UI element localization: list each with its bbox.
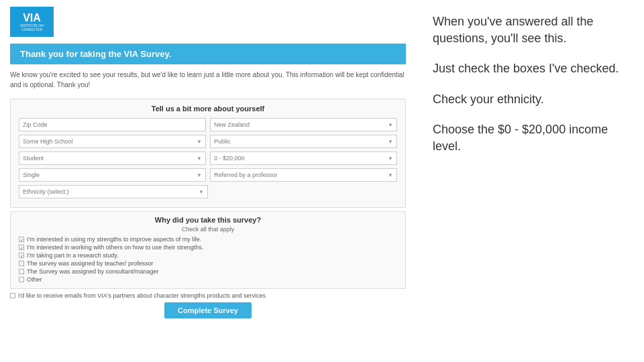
instruction-1: When you've answered all the questions, … [433, 13, 627, 47]
checkbox-1[interactable] [19, 237, 24, 242]
why-title: Why did you take this survey? [19, 216, 397, 224]
form-row-2: Some High School ▼ Public ▼ [19, 135, 397, 148]
instruction-3: Check your ethnicity. [433, 91, 627, 108]
school-type-select[interactable]: Public ▼ [210, 135, 397, 148]
dropdown-arrow-school: ▼ [388, 139, 393, 145]
checkbox-5[interactable] [19, 269, 24, 274]
form-row-4: Single ▼ Referred by a professor ▼ [19, 168, 397, 182]
checkbox-item-4[interactable]: The survey was assigned by teacher/ prof… [19, 260, 397, 267]
form-title: Tell us a bit more about yourself [19, 105, 397, 113]
why-subtitle: Check all that apply [19, 226, 397, 233]
ethnicity-select[interactable]: Ethnicity (select:) ▼ [19, 185, 208, 198]
checkbox-item-5[interactable]: The Survey was assigned by consultant/ma… [19, 268, 397, 275]
checkbox-3[interactable] [19, 253, 24, 258]
checkbox-label-6: Other [27, 276, 42, 283]
why-section: Why did you take this survey? Check all … [10, 211, 406, 289]
checkbox-item-2[interactable]: I'm interested in working with others on… [19, 244, 397, 251]
left-panel: VIA INSTITUTE ONCHARACTER Thank you for … [0, 0, 416, 362]
form-row-5: Ethnicity (select:) ▼ [19, 185, 397, 198]
relationship-select[interactable]: Single ▼ [19, 168, 206, 182]
dropdown-arrow-country: ▼ [388, 122, 393, 128]
dropdown-arrow-income: ▼ [388, 156, 393, 162]
intro-text: We know you're excited to see your resul… [0, 64, 416, 95]
logo-via: VIA [23, 13, 41, 23]
referral-select[interactable]: Referred by a professor ▼ [210, 168, 397, 182]
email-consent-label: I'd like to receive emails from VIA's pa… [18, 292, 266, 299]
instruction-2: Just check the boxes I've checked. [433, 60, 627, 77]
checkbox-item-1[interactable]: I'm interested in using my strengths to … [19, 236, 397, 243]
income-select[interactable]: 0 - $20,000 ▼ [210, 152, 397, 165]
instruction-4: Choose the $0 - $20,000 income level. [433, 121, 627, 155]
checkbox-4[interactable] [19, 261, 24, 266]
complete-survey-button[interactable]: Complete Survey [164, 302, 252, 318]
logo-area: VIA INSTITUTE ONCHARACTER [0, 0, 416, 44]
dropdown-arrow-ref: ▼ [388, 172, 393, 178]
form-row-3: Student ▼ 0 - $20,000 ▼ [19, 152, 397, 165]
dropdown-arrow-edu: ▼ [197, 139, 202, 145]
email-consent: I'd like to receive emails from VIA's pa… [10, 292, 406, 299]
zip-code-input[interactable]: Zip Code [19, 118, 206, 131]
checkbox-item-6[interactable]: Other [19, 276, 397, 283]
checkbox-label-2: I'm interested in working with others on… [27, 244, 203, 251]
checkbox-6[interactable] [19, 277, 24, 282]
logo-institute: INSTITUTE ONCHARACTER [20, 23, 44, 32]
occupation-select[interactable]: Student ▼ [19, 152, 206, 165]
dropdown-arrow-rel: ▼ [197, 172, 202, 178]
right-panel: When you've answered all the questions, … [416, 0, 644, 362]
logo-box: VIA INSTITUTE ONCHARACTER [10, 7, 54, 37]
checkbox-2[interactable] [19, 245, 24, 250]
survey-form: Tell us a bit more about yourself Zip Co… [10, 99, 406, 208]
country-select[interactable]: New Zealand ▼ [210, 118, 397, 131]
dropdown-arrow-occ: ▼ [197, 156, 202, 162]
checkbox-label-4: The survey was assigned by teacher/ prof… [27, 260, 154, 267]
thank-you-banner: Thank you for taking the VIA Survey. [10, 44, 406, 64]
checkbox-label-3: I'm taking part in a research study. [27, 252, 119, 259]
checkbox-item-3[interactable]: I'm taking part in a research study. [19, 252, 397, 259]
dropdown-arrow-eth: ▼ [199, 189, 204, 195]
checkbox-label-1: I'm interested in using my strengths to … [27, 236, 201, 243]
form-row-1: Zip Code New Zealand ▼ [19, 118, 397, 131]
email-consent-checkbox[interactable] [10, 293, 15, 298]
education-select[interactable]: Some High School ▼ [19, 135, 206, 148]
checkbox-label-5: The Survey was assigned by consultant/ma… [27, 268, 159, 275]
